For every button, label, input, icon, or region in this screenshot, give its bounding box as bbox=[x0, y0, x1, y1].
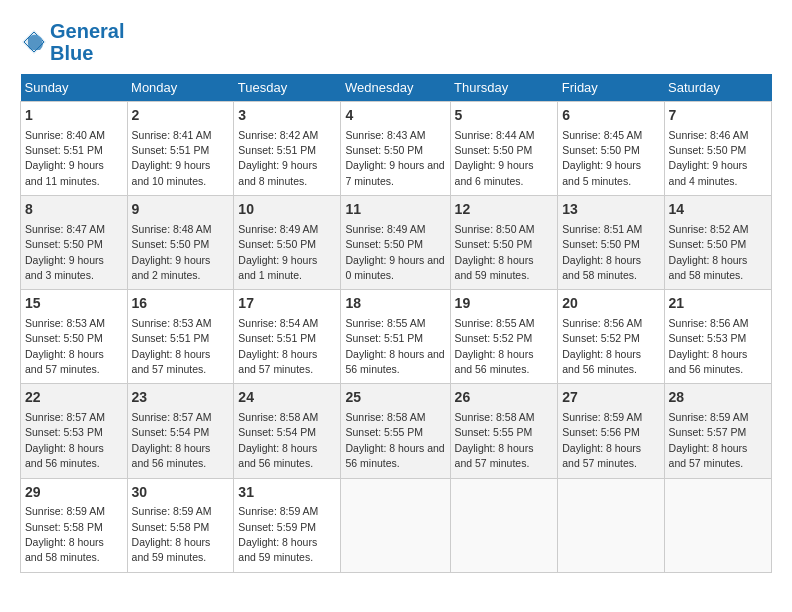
cell-content: Sunrise: 8:58 AMSunset: 5:54 PMDaylight:… bbox=[238, 411, 318, 469]
day-number: 2 bbox=[132, 106, 230, 126]
cell-content: Sunrise: 8:45 AMSunset: 5:50 PMDaylight:… bbox=[562, 129, 642, 187]
cell-content: Sunrise: 8:42 AMSunset: 5:51 PMDaylight:… bbox=[238, 129, 318, 187]
cell-content: Sunrise: 8:54 AMSunset: 5:51 PMDaylight:… bbox=[238, 317, 318, 375]
calendar-week-1: 1Sunrise: 8:40 AMSunset: 5:51 PMDaylight… bbox=[21, 102, 772, 196]
calendar-day-5: 5Sunrise: 8:44 AMSunset: 5:50 PMDaylight… bbox=[450, 102, 558, 196]
weekday-header-wednesday: Wednesday bbox=[341, 74, 450, 102]
weekday-header-tuesday: Tuesday bbox=[234, 74, 341, 102]
weekday-header-thursday: Thursday bbox=[450, 74, 558, 102]
day-number: 5 bbox=[455, 106, 554, 126]
cell-content: Sunrise: 8:57 AMSunset: 5:54 PMDaylight:… bbox=[132, 411, 212, 469]
calendar-day-11: 11Sunrise: 8:49 AMSunset: 5:50 PMDayligh… bbox=[341, 196, 450, 290]
calendar-day-28: 28Sunrise: 8:59 AMSunset: 5:57 PMDayligh… bbox=[664, 384, 771, 478]
empty-cell bbox=[341, 478, 450, 572]
cell-content: Sunrise: 8:56 AMSunset: 5:52 PMDaylight:… bbox=[562, 317, 642, 375]
calendar-day-4: 4Sunrise: 8:43 AMSunset: 5:50 PMDaylight… bbox=[341, 102, 450, 196]
empty-cell bbox=[558, 478, 664, 572]
calendar-day-19: 19Sunrise: 8:55 AMSunset: 5:52 PMDayligh… bbox=[450, 290, 558, 384]
empty-cell bbox=[450, 478, 558, 572]
calendar-day-8: 8Sunrise: 8:47 AMSunset: 5:50 PMDaylight… bbox=[21, 196, 128, 290]
calendar-day-25: 25Sunrise: 8:58 AMSunset: 5:55 PMDayligh… bbox=[341, 384, 450, 478]
calendar-day-22: 22Sunrise: 8:57 AMSunset: 5:53 PMDayligh… bbox=[21, 384, 128, 478]
calendar-day-7: 7Sunrise: 8:46 AMSunset: 5:50 PMDaylight… bbox=[664, 102, 771, 196]
cell-content: Sunrise: 8:44 AMSunset: 5:50 PMDaylight:… bbox=[455, 129, 535, 187]
cell-content: Sunrise: 8:55 AMSunset: 5:51 PMDaylight:… bbox=[345, 317, 444, 375]
calendar-day-1: 1Sunrise: 8:40 AMSunset: 5:51 PMDaylight… bbox=[21, 102, 128, 196]
calendar-week-3: 15Sunrise: 8:53 AMSunset: 5:50 PMDayligh… bbox=[21, 290, 772, 384]
cell-content: Sunrise: 8:58 AMSunset: 5:55 PMDaylight:… bbox=[345, 411, 444, 469]
calendar-day-9: 9Sunrise: 8:48 AMSunset: 5:50 PMDaylight… bbox=[127, 196, 234, 290]
day-number: 6 bbox=[562, 106, 659, 126]
calendar-day-21: 21Sunrise: 8:56 AMSunset: 5:53 PMDayligh… bbox=[664, 290, 771, 384]
cell-content: Sunrise: 8:59 AMSunset: 5:59 PMDaylight:… bbox=[238, 505, 318, 563]
calendar-day-16: 16Sunrise: 8:53 AMSunset: 5:51 PMDayligh… bbox=[127, 290, 234, 384]
calendar-day-3: 3Sunrise: 8:42 AMSunset: 5:51 PMDaylight… bbox=[234, 102, 341, 196]
day-number: 21 bbox=[669, 294, 767, 314]
cell-content: Sunrise: 8:51 AMSunset: 5:50 PMDaylight:… bbox=[562, 223, 642, 281]
day-number: 13 bbox=[562, 200, 659, 220]
page-header: General Blue bbox=[20, 20, 772, 64]
calendar-day-20: 20Sunrise: 8:56 AMSunset: 5:52 PMDayligh… bbox=[558, 290, 664, 384]
calendar-week-5: 29Sunrise: 8:59 AMSunset: 5:58 PMDayligh… bbox=[21, 478, 772, 572]
day-number: 15 bbox=[25, 294, 123, 314]
calendar-day-2: 2Sunrise: 8:41 AMSunset: 5:51 PMDaylight… bbox=[127, 102, 234, 196]
calendar-day-18: 18Sunrise: 8:55 AMSunset: 5:51 PMDayligh… bbox=[341, 290, 450, 384]
calendar-day-13: 13Sunrise: 8:51 AMSunset: 5:50 PMDayligh… bbox=[558, 196, 664, 290]
calendar-day-30: 30Sunrise: 8:59 AMSunset: 5:58 PMDayligh… bbox=[127, 478, 234, 572]
day-number: 17 bbox=[238, 294, 336, 314]
cell-content: Sunrise: 8:59 AMSunset: 5:58 PMDaylight:… bbox=[132, 505, 212, 563]
cell-content: Sunrise: 8:52 AMSunset: 5:50 PMDaylight:… bbox=[669, 223, 749, 281]
cell-content: Sunrise: 8:49 AMSunset: 5:50 PMDaylight:… bbox=[345, 223, 444, 281]
day-number: 24 bbox=[238, 388, 336, 408]
day-number: 29 bbox=[25, 483, 123, 503]
cell-content: Sunrise: 8:53 AMSunset: 5:51 PMDaylight:… bbox=[132, 317, 212, 375]
weekday-header-sunday: Sunday bbox=[21, 74, 128, 102]
calendar-day-31: 31Sunrise: 8:59 AMSunset: 5:59 PMDayligh… bbox=[234, 478, 341, 572]
cell-content: Sunrise: 8:43 AMSunset: 5:50 PMDaylight:… bbox=[345, 129, 444, 187]
calendar-day-27: 27Sunrise: 8:59 AMSunset: 5:56 PMDayligh… bbox=[558, 384, 664, 478]
day-number: 14 bbox=[669, 200, 767, 220]
day-number: 26 bbox=[455, 388, 554, 408]
calendar-day-10: 10Sunrise: 8:49 AMSunset: 5:50 PMDayligh… bbox=[234, 196, 341, 290]
calendar-day-12: 12Sunrise: 8:50 AMSunset: 5:50 PMDayligh… bbox=[450, 196, 558, 290]
day-number: 22 bbox=[25, 388, 123, 408]
weekday-header-monday: Monday bbox=[127, 74, 234, 102]
day-number: 18 bbox=[345, 294, 445, 314]
day-number: 11 bbox=[345, 200, 445, 220]
logo: General Blue bbox=[20, 20, 124, 64]
empty-cell bbox=[664, 478, 771, 572]
day-number: 30 bbox=[132, 483, 230, 503]
day-number: 9 bbox=[132, 200, 230, 220]
calendar-day-15: 15Sunrise: 8:53 AMSunset: 5:50 PMDayligh… bbox=[21, 290, 128, 384]
cell-content: Sunrise: 8:50 AMSunset: 5:50 PMDaylight:… bbox=[455, 223, 535, 281]
day-number: 3 bbox=[238, 106, 336, 126]
cell-content: Sunrise: 8:53 AMSunset: 5:50 PMDaylight:… bbox=[25, 317, 105, 375]
cell-content: Sunrise: 8:41 AMSunset: 5:51 PMDaylight:… bbox=[132, 129, 212, 187]
day-number: 23 bbox=[132, 388, 230, 408]
calendar-week-2: 8Sunrise: 8:47 AMSunset: 5:50 PMDaylight… bbox=[21, 196, 772, 290]
calendar-day-26: 26Sunrise: 8:58 AMSunset: 5:55 PMDayligh… bbox=[450, 384, 558, 478]
cell-content: Sunrise: 8:58 AMSunset: 5:55 PMDaylight:… bbox=[455, 411, 535, 469]
cell-content: Sunrise: 8:40 AMSunset: 5:51 PMDaylight:… bbox=[25, 129, 105, 187]
day-number: 28 bbox=[669, 388, 767, 408]
cell-content: Sunrise: 8:49 AMSunset: 5:50 PMDaylight:… bbox=[238, 223, 318, 281]
logo-icon bbox=[20, 28, 48, 56]
calendar-day-6: 6Sunrise: 8:45 AMSunset: 5:50 PMDaylight… bbox=[558, 102, 664, 196]
weekday-header-saturday: Saturday bbox=[664, 74, 771, 102]
cell-content: Sunrise: 8:46 AMSunset: 5:50 PMDaylight:… bbox=[669, 129, 749, 187]
calendar-day-14: 14Sunrise: 8:52 AMSunset: 5:50 PMDayligh… bbox=[664, 196, 771, 290]
calendar-table: SundayMondayTuesdayWednesdayThursdayFrid… bbox=[20, 74, 772, 573]
day-number: 19 bbox=[455, 294, 554, 314]
cell-content: Sunrise: 8:56 AMSunset: 5:53 PMDaylight:… bbox=[669, 317, 749, 375]
day-number: 27 bbox=[562, 388, 659, 408]
calendar-day-17: 17Sunrise: 8:54 AMSunset: 5:51 PMDayligh… bbox=[234, 290, 341, 384]
calendar-day-23: 23Sunrise: 8:57 AMSunset: 5:54 PMDayligh… bbox=[127, 384, 234, 478]
cell-content: Sunrise: 8:48 AMSunset: 5:50 PMDaylight:… bbox=[132, 223, 212, 281]
cell-content: Sunrise: 8:59 AMSunset: 5:58 PMDaylight:… bbox=[25, 505, 105, 563]
day-number: 25 bbox=[345, 388, 445, 408]
day-number: 16 bbox=[132, 294, 230, 314]
day-number: 31 bbox=[238, 483, 336, 503]
day-number: 7 bbox=[669, 106, 767, 126]
calendar-header-row: SundayMondayTuesdayWednesdayThursdayFrid… bbox=[21, 74, 772, 102]
cell-content: Sunrise: 8:57 AMSunset: 5:53 PMDaylight:… bbox=[25, 411, 105, 469]
